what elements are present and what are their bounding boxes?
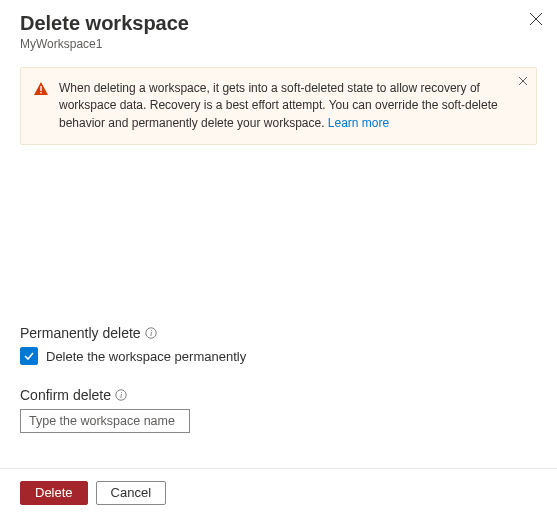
confirm-delete-label: Confirm delete i xyxy=(20,387,537,403)
dialog-title: Delete workspace xyxy=(20,12,537,35)
dismiss-warning-button[interactable] xyxy=(518,76,528,86)
close-dialog-button[interactable] xyxy=(529,12,543,26)
dialog-content: When deleting a workspace, it gets into … xyxy=(0,51,557,145)
info-icon[interactable]: i xyxy=(115,389,127,401)
checkmark-icon xyxy=(23,350,35,362)
warning-text: When deleting a workspace, it gets into … xyxy=(59,80,508,132)
cancel-button[interactable]: Cancel xyxy=(96,481,166,505)
svg-text:i: i xyxy=(120,391,122,400)
permanently-delete-label: Permanently delete i xyxy=(20,325,537,341)
svg-rect-1 xyxy=(40,92,41,93)
warning-icon xyxy=(33,81,49,100)
learn-more-link[interactable]: Learn more xyxy=(328,116,389,130)
permanently-delete-checkbox-label: Delete the workspace permanently xyxy=(46,349,246,364)
svg-text:i: i xyxy=(150,329,152,338)
permanently-delete-label-text: Permanently delete xyxy=(20,325,141,341)
confirm-workspace-name-input[interactable] xyxy=(20,409,190,433)
form-area: Permanently delete i Delete the workspac… xyxy=(20,325,537,433)
info-icon[interactable]: i xyxy=(145,327,157,339)
workspace-name-subtitle: MyWorkspace1 xyxy=(20,37,537,51)
warning-message: When deleting a workspace, it gets into … xyxy=(59,81,498,130)
permanently-delete-checkbox-row: Delete the workspace permanently xyxy=(20,347,537,365)
close-icon xyxy=(518,76,528,86)
svg-rect-0 xyxy=(40,86,41,91)
dialog-header: Delete workspace MyWorkspace1 xyxy=(0,0,557,51)
close-icon xyxy=(529,12,543,26)
confirm-delete-label-text: Confirm delete xyxy=(20,387,111,403)
warning-banner: When deleting a workspace, it gets into … xyxy=(20,67,537,145)
permanently-delete-checkbox[interactable] xyxy=(20,347,38,365)
delete-button[interactable]: Delete xyxy=(20,481,88,505)
dialog-footer: Delete Cancel xyxy=(0,468,557,525)
